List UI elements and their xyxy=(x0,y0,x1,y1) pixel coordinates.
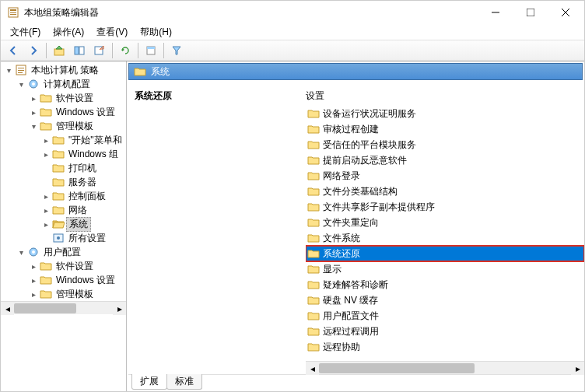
svg-rect-1 xyxy=(10,9,16,11)
tab-standard[interactable]: 标准 xyxy=(166,374,202,390)
svg-rect-10 xyxy=(79,47,84,54)
expand-icon[interactable]: ▸ xyxy=(41,191,51,201)
scroll-left-icon[interactable]: ◂ xyxy=(1,302,14,315)
tree-item-t_start[interactable]: ▸"开始"菜单和 xyxy=(1,133,126,147)
list-item[interactable]: 远程过程调用 xyxy=(306,324,584,339)
folder-icon xyxy=(307,325,320,338)
expand-icon[interactable]: ▾ xyxy=(16,247,26,257)
tree-item-label: Windows 组 xyxy=(66,148,121,161)
list-header[interactable]: 设置 xyxy=(306,85,584,106)
tree-item-u_win[interactable]: ▸Windows 设置 xyxy=(1,273,126,287)
tree-item-c_tmpl[interactable]: ▾管理模板 xyxy=(1,119,126,133)
export-button[interactable] xyxy=(90,41,109,60)
expand-icon[interactable]: ▸ xyxy=(41,219,51,229)
tree-item-c_win[interactable]: ▸Windows 设置 xyxy=(1,105,126,119)
minimize-button[interactable] xyxy=(478,2,513,23)
list-item[interactable]: 用户配置文件 xyxy=(306,308,584,324)
tab-extended[interactable]: 扩展 xyxy=(131,374,167,390)
list-item[interactable]: 疑难解答和诊断 xyxy=(306,277,584,292)
forward-button[interactable] xyxy=(24,41,43,60)
tree-item-label: 控制面板 xyxy=(66,190,108,203)
list-item[interactable]: 文件共享影子副本提供程序 xyxy=(306,199,584,215)
scroll-right-icon[interactable]: ▸ xyxy=(113,302,126,315)
description-column: 系统还原 xyxy=(135,85,306,374)
tree-item-computer[interactable]: ▾计算机配置 xyxy=(1,77,126,91)
expand-icon[interactable]: ▸ xyxy=(41,135,51,145)
expand-icon[interactable]: ▸ xyxy=(29,289,38,299)
up-button[interactable] xyxy=(50,41,68,60)
tree-item-root[interactable]: ▾本地计算机 策略 xyxy=(1,63,126,77)
list-item[interactable]: 文件系统 xyxy=(306,230,584,246)
list-item-label: 文件分类基础结构 xyxy=(323,185,398,198)
list-item[interactable]: 文件夹重定向 xyxy=(306,215,584,230)
list-body[interactable]: 设备运行状况证明服务审核过程创建受信任的平台模块服务提前启动反恶意软件网络登录文… xyxy=(306,106,584,361)
list-item[interactable]: 显示 xyxy=(306,261,584,277)
svg-rect-5 xyxy=(527,9,534,16)
list-item[interactable]: 提前启动反恶意软件 xyxy=(306,152,584,168)
tree-pane[interactable]: ▾本地计算机 策略▾计算机配置▸软件设置▸Windows 设置▾管理模板▸"开始… xyxy=(1,61,127,391)
show-hide-tree-button[interactable] xyxy=(70,41,89,60)
back-button[interactable] xyxy=(4,41,23,60)
expand-icon[interactable]: ▸ xyxy=(41,149,51,159)
menu-file[interactable]: 文件(F) xyxy=(4,24,47,40)
folder-icon xyxy=(52,190,65,202)
expand-icon[interactable]: ▸ xyxy=(29,275,38,285)
tree-item-t_all[interactable]: 所有设置 xyxy=(1,231,126,245)
tree-item-t_net[interactable]: ▸网络 xyxy=(1,203,126,217)
list-item-label: 疑难解答和诊断 xyxy=(323,278,388,292)
toolbar-separator xyxy=(163,43,164,58)
list-item-label: 系统还原 xyxy=(323,247,360,261)
app-icon xyxy=(7,6,19,19)
list-item[interactable]: 系统还原 xyxy=(306,246,584,261)
list-column: 设置 设备运行状况证明服务审核过程创建受信任的平台模块服务提前启动反恶意软件网络… xyxy=(306,85,584,374)
content-main: 系统还原 设置 设备运行状况证明服务审核过程创建受信任的平台模块服务提前启动反恶… xyxy=(127,82,584,374)
tree-item-t_wincomp[interactable]: ▸Windows 组 xyxy=(1,147,126,161)
expand-icon[interactable]: ▸ xyxy=(41,205,51,215)
list-item-label: 文件共享影子副本提供程序 xyxy=(323,201,435,214)
tree-item-c_soft[interactable]: ▸软件设置 xyxy=(1,91,126,105)
expand-icon[interactable]: ▾ xyxy=(4,65,13,75)
folder-icon xyxy=(307,247,320,260)
tree-item-label: 计算机配置 xyxy=(41,78,93,91)
refresh-button[interactable] xyxy=(116,41,135,60)
folder-icon xyxy=(40,120,52,132)
list-item[interactable]: 文件分类基础结构 xyxy=(306,184,584,199)
tree-item-label: 服务器 xyxy=(66,176,99,189)
tree-item-user[interactable]: ▾用户配置 xyxy=(1,245,126,259)
list-item[interactable]: 远程协助 xyxy=(306,339,584,355)
list-item-label: 网络登录 xyxy=(323,170,360,183)
close-button[interactable] xyxy=(548,2,583,23)
list-item[interactable]: 审核过程创建 xyxy=(306,121,584,137)
filter-button[interactable] xyxy=(167,41,186,60)
tree-item-t_printer[interactable]: 打印机 xyxy=(1,161,126,175)
expand-icon[interactable]: ▸ xyxy=(29,93,38,103)
menu-view[interactable]: 查看(V) xyxy=(90,24,134,40)
tree-item-t_sys[interactable]: ▸系统 xyxy=(1,217,126,231)
list-horizontal-scrollbar[interactable]: ◂ ▸ xyxy=(306,361,584,374)
expand-icon[interactable]: ▾ xyxy=(16,79,26,89)
list-item[interactable]: 受信任的平台模块服务 xyxy=(306,137,584,152)
menu-help[interactable]: 帮助(H) xyxy=(134,24,178,40)
tree-item-t_cp[interactable]: ▸控制面板 xyxy=(1,189,126,203)
titlebar: 本地组策略编辑器 xyxy=(1,1,584,24)
tree-horizontal-scrollbar[interactable]: ◂ ▸ xyxy=(1,301,126,314)
expand-icon[interactable]: ▸ xyxy=(29,261,38,271)
tree-item-u_soft[interactable]: ▸软件设置 xyxy=(1,259,126,273)
scroll-right-icon[interactable]: ▸ xyxy=(571,362,584,375)
menu-action[interactable]: 操作(A) xyxy=(47,24,90,40)
tree-item-u_tmpl[interactable]: ▸管理模板 xyxy=(1,287,126,301)
list-item[interactable]: 网络登录 xyxy=(306,168,584,184)
content-pane: 系统 系统还原 设置 设备运行状况证明服务审核过程创建受信任的平台模块服务提前启… xyxy=(127,61,584,391)
policy-icon xyxy=(15,64,27,76)
maximize-button[interactable] xyxy=(513,2,548,23)
expand-icon[interactable]: ▾ xyxy=(29,121,38,131)
tree-item-t_server[interactable]: 服务器 xyxy=(1,175,126,189)
list-item[interactable]: 设备运行状况证明服务 xyxy=(306,106,584,121)
list-item-label: 审核过程创建 xyxy=(323,123,379,136)
folder-icon xyxy=(307,278,320,291)
scroll-left-icon[interactable]: ◂ xyxy=(306,362,319,375)
svg-point-19 xyxy=(32,82,35,86)
properties-button[interactable] xyxy=(142,41,160,60)
list-item[interactable]: 硬盘 NV 缓存 xyxy=(306,292,584,308)
expand-icon[interactable]: ▸ xyxy=(29,107,38,117)
